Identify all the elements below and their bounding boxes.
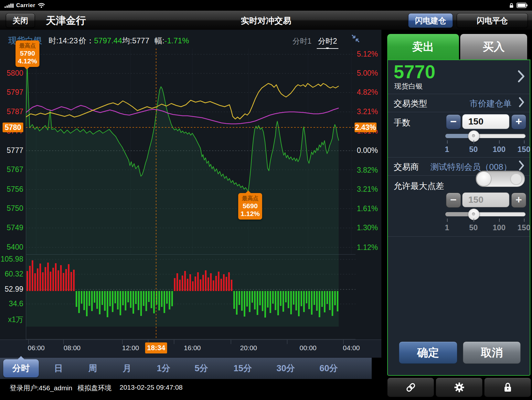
right-axis-label: 3.21% [357, 185, 378, 194]
time-tick-mark [231, 340, 231, 344]
right-axis-label: 3.82% [357, 166, 378, 175]
spread-minus-button[interactable]: − [446, 193, 461, 208]
broker-chevron-icon[interactable] [519, 160, 525, 171]
slider-tick-label: 1 [437, 223, 457, 232]
time-axis-label: 06:00 [23, 344, 49, 352]
lots-slider-ticks: 150100150 [445, 140, 526, 155]
time-axis: 18:34 06:0008:0012:0016:0020:0000:0004:0… [0, 340, 381, 358]
tab-period-8[interactable]: 30分 [268, 358, 303, 379]
order-instrument: 现货白银 [394, 81, 423, 91]
toggle-knob[interactable] [476, 171, 491, 186]
tab-period-9[interactable]: 60分 [311, 358, 346, 379]
left-axis-label: 5767 [0, 165, 23, 174]
slider-tick-label: 100 [489, 145, 509, 154]
tab-minute-chart-2[interactable]: 分时2 [317, 36, 338, 49]
login-user-label: 登录用户:456_admin [10, 384, 72, 393]
left-axis-label: 105.98 [0, 255, 23, 264]
time-axis-label: 08:00 [59, 344, 85, 352]
chart-region: 现货白银 时:14:23 价：5797.44 均:5777 幅:-1.71% 分… [0, 30, 381, 357]
slider-tick-label: 50 [464, 223, 483, 232]
carrier-label: Carrier [16, 2, 35, 9]
right-axis-label: 1.61% [357, 127, 378, 135]
right-axis-label: 0.00% [357, 146, 378, 155]
order-form: 5770 现货白银 交易类型 市价建仓单 手数 − + 150100150 交易… [387, 59, 530, 376]
slider-tick [499, 219, 500, 222]
left-axis-label: 60.32 [0, 270, 23, 278]
tab-period-1[interactable]: 分时 [3, 359, 39, 377]
slider-tick-label: 150 [514, 145, 532, 154]
instrument-chevron-icon[interactable] [517, 69, 525, 83]
quote-price: 价：5797.44 [79, 36, 122, 46]
lots-label: 手数 [394, 117, 410, 128]
confirm-button[interactable]: 确定 [399, 341, 457, 364]
lots-slider[interactable] [445, 134, 526, 138]
time-axis-label: 12:00 [118, 344, 144, 352]
sell-tab[interactable]: 卖出 [387, 34, 459, 59]
time-tick-mark [28, 340, 29, 344]
link-button[interactable] [387, 378, 434, 397]
time-axis-label: 20:00 [236, 344, 261, 352]
max-spread-input[interactable] [462, 192, 509, 207]
price-volume-chart[interactable] [26, 49, 356, 340]
tab-period-6[interactable]: 5分 [184, 358, 219, 379]
quote-range: 幅:-1.71% [154, 36, 189, 46]
signal-icon [5, 3, 14, 8]
status-bar: Carrier [0, 0, 532, 11]
right-axis-label: 4.82% [357, 88, 378, 97]
trade-type-chevron-icon[interactable] [519, 97, 525, 108]
cancel-button[interactable]: 取消 [463, 341, 521, 364]
spread-slider[interactable] [445, 212, 526, 216]
tab-period-2[interactable]: 日 [41, 358, 76, 379]
crosshair-pct-badge: 2.43% [355, 123, 377, 132]
right-axis-label: 5.00% [357, 69, 378, 78]
lots-input[interactable] [462, 114, 509, 129]
max-spread-toggle[interactable] [476, 171, 525, 187]
order-price: 5770 [394, 61, 435, 82]
lots-minus-button[interactable]: − [446, 114, 461, 129]
time-tick-mark [287, 340, 287, 344]
period-tab-bar: 分时日周月1分5分15分30分60分 [0, 357, 372, 379]
slider-tick [499, 140, 500, 144]
right-axis-label: 1.12% [357, 243, 378, 252]
nav-bar: 关闭 天津金行 实时对冲交易 闪电建仓 闪电平仓 [0, 11, 532, 30]
right-axis-label: 3.21% [357, 107, 378, 116]
environment-label: 模拟盘环境 [78, 384, 112, 393]
left-axis-label: 34.6 [0, 299, 23, 308]
trade-type-value[interactable]: 市价建仓单 [470, 98, 512, 109]
slider-tick [447, 219, 448, 222]
right-axis-label: 1.30% [357, 223, 378, 232]
left-axis-label: 52.99 [0, 285, 23, 294]
tab-period-3[interactable]: 周 [75, 358, 111, 379]
battery-icon [516, 3, 527, 8]
slider-tick [524, 219, 525, 222]
slider-tick-label: 1 [437, 145, 457, 154]
wifi-icon [38, 3, 45, 8]
spread-plus-button[interactable]: + [511, 193, 526, 208]
time-tick-mark [343, 340, 344, 344]
settings-button[interactable] [436, 378, 483, 397]
flash-open-button[interactable]: 闪电建仓 [408, 13, 453, 28]
chart-canvas[interactable]: 5958005797578757775777576757565750574954… [0, 49, 381, 340]
tab-period-4[interactable]: 月 [109, 358, 145, 379]
tab-period-5[interactable]: 1分 [146, 358, 181, 379]
slider-tick [524, 140, 525, 144]
lock-button[interactable] [484, 378, 531, 397]
flash-close-button[interactable]: 闪电平仓 [457, 13, 528, 28]
chart-header: 现货白银 时:14:23 价：5797.44 均:5777 幅:-1.71% 分… [0, 30, 381, 49]
lots-plus-button[interactable]: + [511, 114, 526, 129]
crosshair-time-badge: 18:34 [145, 342, 167, 353]
left-axis-label: 5777 [0, 127, 23, 135]
app-root: Carrier 关闭 天津金行 实时对冲交易 闪电建仓 闪电平仓 现货白银 时:… [0, 0, 532, 400]
left-axis-label: x1万 [0, 315, 23, 325]
buy-tab[interactable]: 买入 [460, 34, 527, 59]
lock-icon [503, 382, 513, 393]
tab-minute-chart-1[interactable]: 分时1 [293, 36, 312, 46]
slider-tick [447, 140, 448, 144]
tab-period-7[interactable]: 15分 [225, 358, 261, 379]
link-icon [405, 382, 416, 393]
left-axis-label: 5756 [0, 185, 23, 194]
left-axis-label: 5750 [0, 204, 23, 213]
left-axis-label: 5777 [0, 146, 23, 155]
collapse-arrows-icon[interactable] [351, 34, 360, 43]
time-axis-label: 16:00 [179, 344, 205, 352]
